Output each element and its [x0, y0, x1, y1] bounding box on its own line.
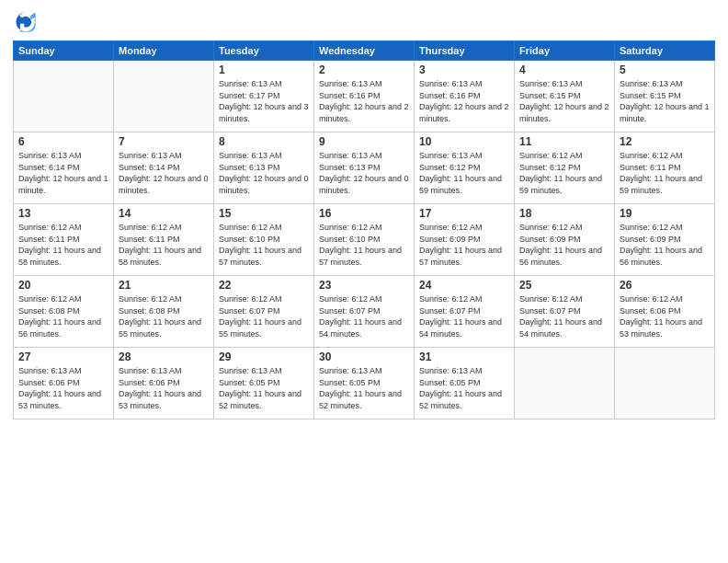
logo-icon: [13, 9, 39, 35]
cell-text: Sunrise: 6:13 AM Sunset: 6:05 PM Dayligh…: [219, 365, 309, 411]
week-row-3: 13Sunrise: 6:12 AM Sunset: 6:11 PM Dayli…: [14, 204, 715, 276]
cell-text: Sunrise: 6:13 AM Sunset: 6:15 PM Dayligh…: [519, 78, 609, 124]
day-number: 27: [18, 350, 108, 363]
cell-text: Sunrise: 6:13 AM Sunset: 6:17 PM Dayligh…: [219, 78, 309, 124]
day-number: 4: [519, 63, 609, 76]
day-number: 24: [419, 279, 509, 292]
weekday-header-tuesday: Tuesday: [214, 41, 314, 61]
cell-text: Sunrise: 6:12 AM Sunset: 6:10 PM Dayligh…: [219, 222, 309, 268]
cell-text: Sunrise: 6:12 AM Sunset: 6:06 PM Dayligh…: [620, 293, 710, 339]
day-number: 14: [119, 207, 209, 220]
day-number: 8: [219, 135, 309, 148]
weekday-header-friday: Friday: [515, 41, 615, 61]
cell-text: Sunrise: 6:13 AM Sunset: 6:15 PM Dayligh…: [620, 78, 710, 124]
cell-text: Sunrise: 6:12 AM Sunset: 6:11 PM Dayligh…: [620, 150, 710, 196]
cell-text: Sunrise: 6:12 AM Sunset: 6:07 PM Dayligh…: [219, 293, 309, 339]
day-number: 29: [219, 350, 309, 363]
day-number: 28: [119, 350, 209, 363]
calendar-cell: 25Sunrise: 6:12 AM Sunset: 6:07 PM Dayli…: [515, 276, 615, 348]
calendar-cell: 19Sunrise: 6:12 AM Sunset: 6:09 PM Dayli…: [615, 204, 715, 276]
day-number: 6: [18, 135, 108, 148]
weekday-header-monday: Monday: [114, 41, 214, 61]
calendar-cell: 31Sunrise: 6:13 AM Sunset: 6:05 PM Dayli…: [415, 348, 515, 419]
calendar-cell: 1Sunrise: 6:13 AM Sunset: 6:17 PM Daylig…: [214, 61, 314, 132]
calendar-cell: 3Sunrise: 6:13 AM Sunset: 6:16 PM Daylig…: [415, 61, 515, 132]
calendar-cell: 11Sunrise: 6:12 AM Sunset: 6:12 PM Dayli…: [515, 132, 615, 204]
day-number: 12: [620, 135, 710, 148]
day-number: 20: [18, 279, 108, 292]
logo: [13, 9, 42, 35]
day-number: 25: [519, 279, 609, 292]
week-row-5: 27Sunrise: 6:13 AM Sunset: 6:06 PM Dayli…: [14, 348, 715, 419]
calendar-cell: 4Sunrise: 6:13 AM Sunset: 6:15 PM Daylig…: [515, 61, 615, 132]
cell-text: Sunrise: 6:12 AM Sunset: 6:11 PM Dayligh…: [119, 222, 209, 268]
cell-text: Sunrise: 6:13 AM Sunset: 6:13 PM Dayligh…: [219, 150, 309, 196]
calendar-cell: 6Sunrise: 6:13 AM Sunset: 6:14 PM Daylig…: [14, 132, 114, 204]
calendar-cell: [515, 348, 615, 419]
day-number: 15: [219, 207, 309, 220]
cell-text: Sunrise: 6:12 AM Sunset: 6:07 PM Dayligh…: [319, 293, 409, 339]
day-number: 26: [620, 279, 710, 292]
calendar-cell: 9Sunrise: 6:13 AM Sunset: 6:13 PM Daylig…: [314, 132, 415, 204]
calendar-table: SundayMondayTuesdayWednesdayThursdayFrid…: [13, 40, 715, 419]
calendar-cell: 13Sunrise: 6:12 AM Sunset: 6:11 PM Dayli…: [14, 204, 114, 276]
day-number: 5: [620, 63, 710, 76]
cell-text: Sunrise: 6:13 AM Sunset: 6:16 PM Dayligh…: [319, 78, 409, 124]
week-row-1: 1Sunrise: 6:13 AM Sunset: 6:17 PM Daylig…: [14, 61, 715, 132]
calendar-cell: [114, 61, 214, 132]
cell-text: Sunrise: 6:12 AM Sunset: 6:08 PM Dayligh…: [18, 293, 108, 339]
day-number: 9: [319, 135, 409, 148]
calendar-page: SundayMondayTuesdayWednesdayThursdayFrid…: [0, 0, 728, 563]
week-row-4: 20Sunrise: 6:12 AM Sunset: 6:08 PM Dayli…: [14, 276, 715, 348]
day-number: 16: [319, 207, 409, 220]
calendar-cell: 26Sunrise: 6:12 AM Sunset: 6:06 PM Dayli…: [615, 276, 715, 348]
weekday-header-thursday: Thursday: [415, 41, 515, 61]
cell-text: Sunrise: 6:12 AM Sunset: 6:07 PM Dayligh…: [419, 293, 509, 339]
day-number: 19: [620, 207, 710, 220]
calendar-cell: 15Sunrise: 6:12 AM Sunset: 6:10 PM Dayli…: [214, 204, 314, 276]
calendar-cell: 8Sunrise: 6:13 AM Sunset: 6:13 PM Daylig…: [214, 132, 314, 204]
cell-text: Sunrise: 6:13 AM Sunset: 6:05 PM Dayligh…: [419, 365, 509, 411]
calendar-cell: 14Sunrise: 6:12 AM Sunset: 6:11 PM Dayli…: [114, 204, 214, 276]
day-number: 18: [519, 207, 609, 220]
calendar-cell: 29Sunrise: 6:13 AM Sunset: 6:05 PM Dayli…: [214, 348, 314, 419]
cell-text: Sunrise: 6:13 AM Sunset: 6:12 PM Dayligh…: [419, 150, 509, 196]
calendar-cell: 12Sunrise: 6:12 AM Sunset: 6:11 PM Dayli…: [615, 132, 715, 204]
cell-text: Sunrise: 6:12 AM Sunset: 6:08 PM Dayligh…: [119, 293, 209, 339]
cell-text: Sunrise: 6:12 AM Sunset: 6:09 PM Dayligh…: [519, 222, 609, 268]
cell-text: Sunrise: 6:13 AM Sunset: 6:06 PM Dayligh…: [119, 365, 209, 411]
calendar-cell: 23Sunrise: 6:12 AM Sunset: 6:07 PM Dayli…: [314, 276, 415, 348]
day-number: 7: [119, 135, 209, 148]
day-number: 10: [419, 135, 509, 148]
header: [13, 9, 715, 35]
cell-text: Sunrise: 6:13 AM Sunset: 6:13 PM Dayligh…: [319, 150, 409, 196]
day-number: 30: [319, 350, 409, 363]
day-number: 17: [419, 207, 509, 220]
day-number: 3: [419, 63, 509, 76]
day-number: 2: [319, 63, 409, 76]
calendar-cell: 5Sunrise: 6:13 AM Sunset: 6:15 PM Daylig…: [615, 61, 715, 132]
calendar-cell: 10Sunrise: 6:13 AM Sunset: 6:12 PM Dayli…: [415, 132, 515, 204]
cell-text: Sunrise: 6:13 AM Sunset: 6:14 PM Dayligh…: [119, 150, 209, 196]
weekday-header-sunday: Sunday: [14, 41, 114, 61]
cell-text: Sunrise: 6:13 AM Sunset: 6:16 PM Dayligh…: [419, 78, 509, 124]
calendar-cell: 2Sunrise: 6:13 AM Sunset: 6:16 PM Daylig…: [314, 61, 415, 132]
calendar-cell: 27Sunrise: 6:13 AM Sunset: 6:06 PM Dayli…: [14, 348, 114, 419]
cell-text: Sunrise: 6:12 AM Sunset: 6:12 PM Dayligh…: [519, 150, 609, 196]
day-number: 22: [219, 279, 309, 292]
cell-text: Sunrise: 6:12 AM Sunset: 6:09 PM Dayligh…: [419, 222, 509, 268]
day-number: 23: [319, 279, 409, 292]
cell-text: Sunrise: 6:13 AM Sunset: 6:05 PM Dayligh…: [319, 365, 409, 411]
calendar-cell: [14, 61, 114, 132]
cell-text: Sunrise: 6:13 AM Sunset: 6:06 PM Dayligh…: [18, 365, 108, 411]
calendar-cell: 17Sunrise: 6:12 AM Sunset: 6:09 PM Dayli…: [415, 204, 515, 276]
day-number: 31: [419, 350, 509, 363]
cell-text: Sunrise: 6:12 AM Sunset: 6:07 PM Dayligh…: [519, 293, 609, 339]
week-row-2: 6Sunrise: 6:13 AM Sunset: 6:14 PM Daylig…: [14, 132, 715, 204]
calendar-cell: 30Sunrise: 6:13 AM Sunset: 6:05 PM Dayli…: [314, 348, 415, 419]
cell-text: Sunrise: 6:12 AM Sunset: 6:10 PM Dayligh…: [319, 222, 409, 268]
calendar-cell: 24Sunrise: 6:12 AM Sunset: 6:07 PM Dayli…: [415, 276, 515, 348]
calendar-cell: 7Sunrise: 6:13 AM Sunset: 6:14 PM Daylig…: [114, 132, 214, 204]
calendar-cell: 20Sunrise: 6:12 AM Sunset: 6:08 PM Dayli…: [14, 276, 114, 348]
cell-text: Sunrise: 6:12 AM Sunset: 6:11 PM Dayligh…: [18, 222, 108, 268]
